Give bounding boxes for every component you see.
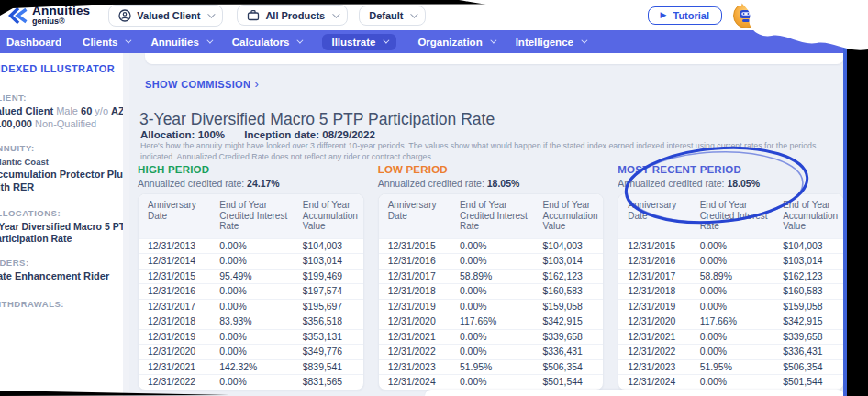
allocation-item-line2: Participation Rate (0, 233, 129, 245)
table-row: 12/31/20140.00%$103,014 (139, 253, 363, 269)
table-row: 12/31/20150.00%$104,003 (379, 238, 604, 254)
nav-item-illustrate[interactable]: Illustrate (322, 34, 396, 50)
table-row: 12/31/20150.00%$104,003 (618, 238, 843, 254)
table-row: 12/31/2020117.66%$342,915 (379, 314, 604, 329)
tutorial-button[interactable]: ▶ Tutorial (648, 6, 722, 25)
sidebar-title: INDEXED ILLUSTRATOR (0, 63, 129, 74)
show-commission-link[interactable]: SHOW COMMISSION › (145, 78, 259, 90)
annualized-rate-line: Annualized credited rate: 18.05% (618, 178, 844, 189)
assistant-badge[interactable] (733, 3, 759, 28)
robot-icon (737, 7, 755, 24)
period-table: Anniversary DateEnd of Year Credited Int… (618, 193, 844, 390)
sidebar-divider (123, 53, 129, 396)
period-column: MOST RECENT PERIOD Annualized credited r… (618, 164, 844, 390)
default-dropdown-label: Default (369, 10, 403, 21)
nav-item-calculators[interactable]: Calculators (232, 37, 302, 48)
chevron-down-icon (490, 38, 496, 44)
client-dropdown-label: Valued Client (137, 10, 200, 21)
table-row: 12/31/201595.49%$199,469 (139, 269, 363, 284)
table-row: 12/31/20180.00%$160,583 (618, 283, 843, 299)
column-header: Anniversary Date (379, 200, 451, 232)
table-row: 12/31/2020117.66%$342,915 (618, 314, 843, 329)
annuity-carrier: Atlantic Coast (0, 156, 129, 168)
column-header: End of Year Accumulation Value (773, 200, 843, 232)
period-columns: HIGH PERIOD Annualized credited rate: 24… (138, 164, 844, 390)
person-icon (118, 9, 131, 22)
client-section-label: CLIENT: (0, 93, 129, 103)
top-bar: Annuities genius® Valued Client All Prod… (0, 0, 847, 30)
annuity-section-label: ANNUITY: (0, 143, 129, 153)
table-row: 12/31/20130.00%$104,003 (139, 238, 363, 254)
sidebar: INDEXED ILLUSTRATOR CLIENT: Valued Clien… (0, 53, 129, 396)
period-name: HIGH PERIOD (138, 164, 364, 175)
riders-section-label: RIDERS: (0, 258, 129, 268)
logo-text: Annuities (32, 5, 90, 17)
table-row: 12/31/201758.89%$162,123 (618, 269, 843, 284)
products-dropdown[interactable]: All Products (237, 5, 348, 26)
column-header: Anniversary Date (618, 200, 690, 232)
inception-label: Inception date: (244, 129, 319, 140)
column-header: End of Year Credited Interest Rate (210, 200, 294, 232)
table-row: 12/31/202351.95%$506,354 (618, 359, 843, 375)
annuity-product: Accumulation Protector Plus ★ (0, 169, 129, 181)
table-row: 12/31/20220.00%$336,431 (379, 344, 604, 359)
table-row: 12/31/2021142.32%$839,541 (139, 359, 363, 375)
rider-item: Rate Enhancement Rider (0, 270, 129, 282)
table-header-row: Anniversary DateEnd of Year Credited Int… (618, 194, 843, 238)
client-dropdown[interactable]: Valued Client (108, 5, 223, 27)
table-row: 12/31/20170.00%$195,697 (139, 299, 363, 314)
nav-item-intelligence[interactable]: Intelligence (516, 37, 585, 48)
nav-item-clients[interactable]: Clients (83, 37, 129, 48)
withdrawals-section-label: WITHDRAWALS: (0, 299, 129, 309)
screenshot-black-margin (847, 0, 868, 396)
table-body: 12/31/20130.00%$104,00312/31/20140.00%$1… (139, 238, 363, 390)
client-summary: Valued Client Male 60 y/o AZ (0, 105, 129, 117)
period-table: Anniversary DateEnd of Year Credited Int… (378, 193, 605, 390)
description-text: Here's how the annuity might have looked… (140, 141, 843, 162)
table-row: 12/31/201758.89%$162,123 (379, 269, 604, 284)
table-body: 12/31/20150.00%$104,00312/31/20160.00%$1… (379, 238, 604, 390)
table-row: 12/31/20240.00%$501,544 (379, 374, 604, 390)
column-header: End of Year Accumulation Value (533, 200, 603, 232)
allocation-value: 100% (198, 129, 225, 140)
nav-items: DashboardClientsAnnuitiesCalculatorsIllu… (6, 34, 585, 50)
logo-subtext: genius® (32, 17, 90, 26)
period-name: MOST RECENT PERIOD (618, 164, 844, 175)
table-row: 12/31/20160.00%$197,574 (139, 283, 363, 299)
logo-chevrons-icon (8, 6, 28, 26)
table-row: 12/31/20210.00%$339,658 (618, 329, 843, 345)
annuity-suffix: with RER (0, 182, 129, 193)
chevron-down-icon (384, 38, 390, 44)
period-column: HIGH PERIOD Annualized credited rate: 24… (138, 164, 364, 390)
annualized-rate-line: Annualized credited rate: 24.17% (138, 178, 364, 189)
period-name: LOW PERIOD (378, 164, 605, 175)
column-header: Anniversary Date (139, 200, 210, 232)
allocation-label: Allocation: (140, 129, 195, 140)
default-dropdown[interactable]: Default (359, 6, 426, 26)
table-row: 12/31/20190.00%$353,131 (139, 329, 363, 345)
chevron-right-icon: › (254, 78, 259, 90)
allocation-inception-row: Allocation: 100% Inception date: 08/29/2… (140, 129, 375, 140)
nav-item-organization[interactable]: Organization (417, 37, 494, 48)
nav-item-dashboard[interactable]: Dashboard (6, 37, 61, 48)
chevron-down-icon (126, 38, 132, 44)
main-content: SHOW COMMISSION › 3-Year Diversified Mac… (129, 53, 847, 396)
chevron-down-icon (332, 10, 339, 17)
products-dropdown-label: All Products (265, 10, 325, 21)
chevron-down-icon (411, 10, 418, 17)
nav-item-annuities[interactable]: Annuities (150, 37, 210, 48)
withdrawals-partial-text: . (0, 312, 129, 324)
period-table: Anniversary DateEnd of Year Credited Int… (138, 193, 364, 390)
column-header: End of Year Credited Interest Rate (691, 200, 774, 232)
briefcase-icon (247, 9, 260, 21)
table-header-row: Anniversary DateEnd of Year Credited Int… (139, 194, 363, 238)
app-logo[interactable]: Annuities genius® (8, 5, 90, 27)
table-row: 12/31/201883.93%$356,518 (139, 314, 363, 329)
play-icon: ▶ (661, 11, 667, 19)
next-card-top-edge (425, 390, 844, 396)
table-row: 12/31/20220.00%$336,431 (618, 344, 843, 359)
table-row: 12/31/202351.95%$506,354 (379, 359, 604, 375)
column-header: End of Year Accumulation Value (294, 200, 363, 232)
chevron-down-icon (206, 38, 213, 44)
chevron-down-icon (297, 38, 304, 44)
